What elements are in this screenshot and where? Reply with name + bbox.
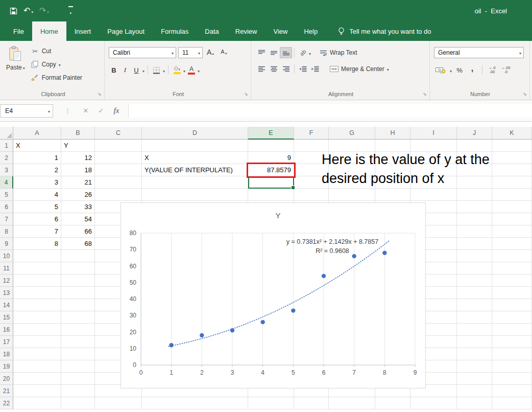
cell-K7[interactable] [492, 213, 532, 225]
cell-C22[interactable] [95, 397, 142, 409]
cell-K10[interactable] [492, 250, 532, 262]
cell-J15[interactable] [457, 311, 492, 324]
cell-J7[interactable] [457, 213, 492, 225]
row-header-21[interactable]: 21 [0, 385, 13, 397]
row-header-2[interactable]: 2 [0, 152, 13, 164]
row-header-7[interactable]: 7 [0, 213, 13, 225]
align-right-button[interactable] [280, 63, 292, 75]
cell-A11[interactable] [13, 262, 61, 274]
cell-A18[interactable] [13, 348, 61, 360]
row-header-1[interactable]: 1 [0, 140, 13, 152]
cell-K18[interactable] [492, 348, 532, 360]
cell-J13[interactable] [457, 287, 492, 299]
cell-J6[interactable] [457, 201, 492, 213]
column-header-E[interactable]: E [248, 127, 294, 140]
cell-E1[interactable] [248, 140, 294, 152]
cell-B19[interactable] [61, 360, 95, 373]
decrease-font-size-button[interactable]: A [219, 48, 229, 57]
cell-A22[interactable] [13, 397, 61, 409]
cut-button[interactable]: ✂ Cut [31, 46, 82, 56]
cell-B3[interactable]: 18 [61, 164, 95, 176]
wrap-text-button[interactable]: Wrap Text [317, 47, 360, 58]
cell-B6[interactable]: 33 [61, 201, 95, 213]
cell-K20[interactable] [492, 373, 532, 385]
cell-A15[interactable] [13, 311, 61, 324]
cell-J12[interactable] [457, 274, 492, 287]
cell-C3[interactable] [95, 164, 142, 176]
cell-H5[interactable] [375, 189, 410, 201]
increase-indent-button[interactable] [309, 63, 321, 75]
borders-caret-icon[interactable] [163, 65, 165, 75]
ribbon-tab-file[interactable]: File [5, 21, 32, 41]
cell-G22[interactable] [329, 397, 375, 409]
cell-A14[interactable] [13, 299, 61, 311]
fill-color-caret-icon[interactable] [183, 65, 185, 75]
font-size-combo[interactable]: 11 [178, 47, 203, 58]
cell-K16[interactable] [492, 324, 532, 336]
save-button[interactable] [8, 6, 19, 16]
cell-K11[interactable] [492, 262, 532, 274]
cell-A21[interactable] [13, 385, 61, 397]
cell-B4[interactable]: 21 [61, 176, 95, 189]
orientation-button[interactable]: ab [297, 47, 309, 58]
row-header-19[interactable]: 19 [0, 360, 13, 373]
customize-quick-access-button[interactable] [54, 5, 75, 17]
cell-B10[interactable] [61, 250, 95, 262]
ribbon-tab-help[interactable]: Help [296, 21, 326, 41]
column-header-A[interactable]: A [13, 127, 61, 140]
borders-button[interactable] [151, 64, 162, 76]
merge-center-button[interactable]: Merge & Center [327, 63, 392, 75]
cell-F5[interactable] [294, 189, 329, 201]
cell-J21[interactable] [457, 385, 492, 397]
cell-J16[interactable] [457, 324, 492, 336]
cell-D22[interactable] [142, 397, 248, 409]
paste-button[interactable]: Paste [5, 45, 29, 83]
copy-button[interactable]: Copy [31, 59, 82, 70]
cell-D2[interactable]: X [142, 152, 248, 164]
top-align-button[interactable] [255, 47, 268, 58]
ribbon-tab-page-layout[interactable]: Page Layout [99, 21, 153, 41]
cell-A19[interactable] [13, 360, 61, 373]
cell-K19[interactable] [492, 360, 532, 373]
increase-font-size-button[interactable]: A [205, 48, 216, 57]
cell-K21[interactable] [492, 385, 532, 397]
cell-A2[interactable]: 1 [13, 152, 61, 164]
font-color-caret-icon[interactable] [198, 65, 200, 75]
accounting-format-button[interactable] [434, 64, 447, 76]
cell-B8[interactable]: 66 [61, 225, 95, 238]
cell-B9[interactable]: 68 [61, 238, 95, 250]
cell-B11[interactable] [61, 262, 95, 274]
font-color-button[interactable]: A [186, 64, 197, 76]
cell-H22[interactable] [375, 397, 410, 409]
redo-button[interactable]: ↷ [38, 6, 51, 16]
accounting-caret-icon[interactable] [450, 65, 452, 75]
row-header-15[interactable]: 15 [0, 311, 13, 324]
enter-button[interactable]: ✓ [93, 104, 109, 118]
cell-B5[interactable]: 26 [61, 189, 95, 201]
column-header-H[interactable]: H [375, 127, 410, 140]
row-header-6[interactable]: 6 [0, 201, 13, 213]
cell-E22[interactable] [248, 397, 294, 409]
alignment-dialog-launcher[interactable] [422, 91, 428, 97]
row-header-8[interactable]: 8 [0, 225, 13, 238]
cell-C2[interactable] [95, 152, 142, 164]
cell-E4[interactable] [248, 176, 294, 189]
cell-A12[interactable] [13, 274, 61, 287]
row-header-5[interactable]: 5 [0, 189, 13, 201]
row-header-9[interactable]: 9 [0, 238, 13, 250]
row-header-3[interactable]: 3 [0, 164, 13, 176]
cell-I5[interactable] [410, 189, 457, 201]
underline-button[interactable]: U [131, 64, 141, 76]
row-header-17[interactable]: 17 [0, 336, 13, 348]
font-dialog-launcher[interactable] [243, 91, 249, 97]
cell-A1[interactable]: X [13, 140, 61, 152]
decrease-decimal-button[interactable]: →.00 .0 [500, 65, 512, 75]
underline-caret-icon[interactable] [142, 65, 144, 75]
select-all-corner[interactable] [0, 127, 13, 140]
cell-K6[interactable] [492, 201, 532, 213]
cell-F22[interactable] [294, 397, 329, 409]
bottom-align-button[interactable] [280, 47, 292, 58]
cell-A16[interactable] [13, 324, 61, 336]
cell-B12[interactable] [61, 274, 95, 287]
ribbon-tab-data[interactable]: Data [197, 21, 227, 41]
